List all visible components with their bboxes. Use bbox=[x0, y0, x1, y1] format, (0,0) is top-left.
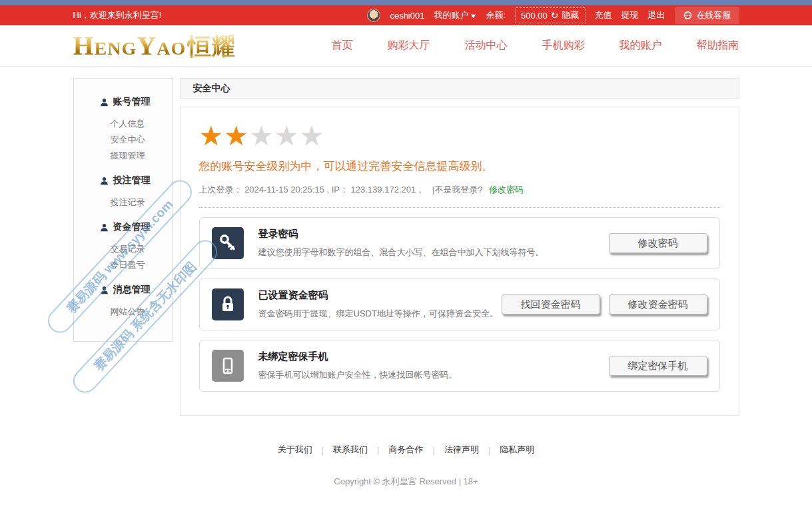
site-logo[interactable]: HengYao 恒耀 bbox=[73, 33, 236, 59]
sidebar-group-account[interactable]: 账号管理 bbox=[74, 96, 172, 108]
logout-link[interactable]: 退出 bbox=[648, 9, 665, 21]
nav-home[interactable]: 首页 bbox=[332, 39, 353, 53]
footer-business-coop[interactable]: 商务合作 bbox=[389, 444, 424, 456]
lock-icon bbox=[212, 288, 244, 320]
person-icon bbox=[100, 98, 109, 107]
nav-lottery-hall[interactable]: 购彩大厅 bbox=[388, 39, 430, 53]
card-desc: 密保手机可以增加账户安全性，快速找回帐号密码。 bbox=[258, 369, 458, 381]
footer-links: 关于我们|联系我们|商务合作|法律声明|隐私声明 bbox=[0, 444, 812, 456]
footer-separator: | bbox=[322, 445, 324, 455]
fund-password-card: 已设置资金密码 资金密码用于提现、绑定USDT地址等操作，可保障资金安全。 找回… bbox=[199, 278, 720, 330]
nav-mobile-lottery[interactable]: 手机购彩 bbox=[542, 39, 585, 53]
sidebar-item-bet-records[interactable]: 投注记录 bbox=[74, 195, 172, 211]
sidebar: 账号管理 个人信息 安全中心 提现管理 投注管理 投注记录 资金管理 交易记录 bbox=[73, 78, 173, 342]
balance-label: 余额: bbox=[486, 9, 506, 21]
footer-separator: | bbox=[488, 445, 490, 455]
user-avatar[interactable] bbox=[367, 9, 380, 22]
refresh-icon[interactable]: ↻ bbox=[551, 11, 559, 20]
card-title: 登录密码 bbox=[258, 228, 544, 241]
person-icon bbox=[100, 286, 109, 294]
phone-icon bbox=[212, 350, 244, 382]
nav-activity-center[interactable]: 活动中心 bbox=[465, 39, 508, 53]
sidebar-group-funds[interactable]: 资金管理 bbox=[74, 221, 172, 233]
card-title: 未绑定密保手机 bbox=[258, 350, 458, 363]
recover-fund-password-button[interactable]: 找回资金密码 bbox=[502, 294, 600, 314]
sidebar-item-site-announcement[interactable]: 网站公告 bbox=[74, 304, 172, 320]
main-column: 安全中心 ★★★★★ 您的账号安全级别为中，可以通过完善安全信息提高级别。 上次… bbox=[180, 78, 739, 416]
security-phone-card: 未绑定密保手机 密保手机可以增加账户安全性，快速找回帐号密码。 绑定密保手机 bbox=[199, 340, 720, 392]
change-password-link[interactable]: 修改密码 bbox=[489, 185, 524, 195]
logo-cn-text: 恒耀 bbox=[187, 35, 235, 59]
sidebar-item-withdraw-manage[interactable]: 提现管理 bbox=[74, 148, 172, 164]
topbar: Hi，欢迎来到永利皇宫! ceshi001 我的账户▼ 余额: 500.00 ↻… bbox=[0, 5, 812, 25]
not-me-text: |不是我登录? bbox=[432, 185, 483, 195]
my-account-menu[interactable]: 我的账户▼ bbox=[434, 9, 476, 21]
sidebar-item-personal-info[interactable]: 个人信息 bbox=[74, 116, 172, 132]
withdraw-link[interactable]: 提现 bbox=[621, 9, 639, 21]
person-icon bbox=[100, 223, 109, 232]
footer-separator: | bbox=[377, 445, 379, 455]
star-filled: ★ bbox=[199, 121, 224, 151]
username[interactable]: ceshi001 bbox=[390, 11, 424, 21]
content-area: 赛易源码 www.syym.com 赛易源码 系统含无水印图 账号管理 个人信息… bbox=[73, 78, 739, 416]
last-login-label: 上次登录： bbox=[199, 185, 242, 195]
security-level-message: 您的账号安全级别为中，可以通过完善安全信息提高级别。 bbox=[199, 159, 720, 174]
hide-balance-button[interactable]: 隐藏 bbox=[562, 9, 580, 21]
site-header: HengYao 恒耀 首页 购彩大厅 活动中心 手机购彩 我的账户 帮助指南 bbox=[0, 25, 812, 67]
change-login-password-button[interactable]: 修改密码 bbox=[609, 233, 707, 253]
footer-about-us[interactable]: 关于我们 bbox=[278, 444, 312, 456]
star-filled: ★ bbox=[224, 121, 249, 151]
copyright-text: Copyright © 永利皇宫 Reserved | 18+ bbox=[0, 476, 812, 488]
online-service-button[interactable]: 在线客服 bbox=[675, 7, 739, 24]
sidebar-item-transaction-records[interactable]: 交易记录 bbox=[74, 241, 172, 257]
top-strip bbox=[0, 0, 812, 5]
sidebar-group-messages[interactable]: 消息管理 bbox=[74, 284, 172, 296]
bind-security-phone-button[interactable]: 绑定密保手机 bbox=[609, 356, 707, 376]
card-title: 已设置资金密码 bbox=[258, 289, 498, 302]
security-level-stars: ★★★★★ bbox=[199, 123, 720, 150]
main-nav: 首页 购彩大厅 活动中心 手机购彩 我的账户 帮助指南 bbox=[332, 39, 739, 53]
sidebar-item-today-profit[interactable]: 今日盈亏 bbox=[74, 257, 172, 273]
nav-help-guide[interactable]: 帮助指南 bbox=[697, 39, 739, 53]
login-password-card: 登录密码 建议您使用字母和数字的组合、混合大小写、在组合中加入下划线等符号。 修… bbox=[199, 217, 720, 269]
card-desc: 资金密码用于提现、绑定USDT地址等操作，可保障资金安全。 bbox=[258, 308, 498, 320]
page-title: 安全中心 bbox=[180, 78, 739, 99]
card-desc: 建议您使用字母和数字的组合、混合大小写、在组合中加入下划线等符号。 bbox=[258, 247, 544, 258]
nav-my-account[interactable]: 我的账户 bbox=[619, 39, 662, 53]
chevron-down-icon: ▼ bbox=[470, 13, 478, 19]
balance-value: 500.00 bbox=[521, 11, 548, 21]
last-login-line: 上次登录： 2024-11-15 20:25:15 , IP： 123.139.… bbox=[199, 184, 720, 196]
sidebar-item-security-center[interactable]: 安全中心 bbox=[74, 132, 172, 148]
sidebar-group-betting[interactable]: 投注管理 bbox=[74, 175, 172, 187]
star-empty: ★ bbox=[300, 121, 325, 151]
footer-contact-us[interactable]: 联系我们 bbox=[333, 444, 368, 456]
change-fund-password-button[interactable]: 修改资金密码 bbox=[609, 294, 707, 314]
star-empty: ★ bbox=[274, 121, 300, 151]
greeting-text: Hi，欢迎来到永利皇宫! bbox=[73, 9, 162, 21]
dotted-divider bbox=[199, 207, 720, 208]
footer-privacy-notice[interactable]: 隐私声明 bbox=[500, 444, 534, 456]
footer-separator: | bbox=[433, 445, 435, 455]
key-icon bbox=[212, 227, 244, 259]
last-login-value: 2024-11-15 20:25:15 , IP： 123.139.172.20… bbox=[244, 185, 424, 195]
logo-en-text: HengYao bbox=[73, 33, 187, 59]
recharge-link[interactable]: 充值 bbox=[595, 9, 612, 21]
security-panel: ★★★★★ 您的账号安全级别为中，可以通过完善安全信息提高级别。 上次登录： 2… bbox=[180, 107, 739, 416]
person-icon bbox=[100, 177, 109, 185]
footer-legal-notice[interactable]: 法律声明 bbox=[444, 444, 479, 456]
star-empty: ★ bbox=[249, 121, 274, 151]
headset-icon bbox=[683, 11, 693, 21]
balance-box: 500.00 ↻ 隐藏 bbox=[515, 7, 586, 23]
